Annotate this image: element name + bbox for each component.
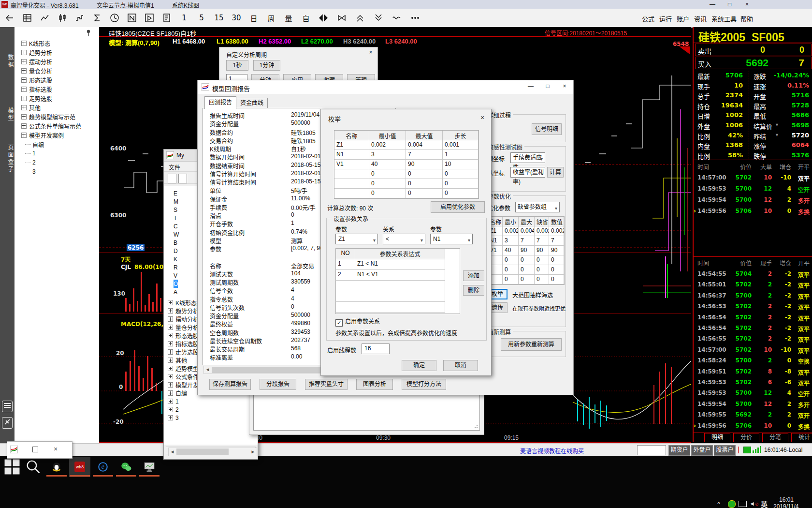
window-maximize-button[interactable]: □ [728,1,731,8]
sidebar-item-自编[interactable]: 自编 [14,140,99,149]
sigma-icon[interactable] [91,12,103,24]
clock-icon[interactable] [108,12,121,24]
account-button-期货户[interactable]: 期货户 [668,445,690,456]
wechat-icon[interactable] [118,459,134,475]
period-button-量[interactable]: 量 [282,12,295,24]
report-close-icon[interactable]: × [561,83,568,90]
start-button[interactable] [4,459,20,475]
floating-h-scrollbar[interactable]: ◄► [168,448,257,456]
strip-tab-数据[interactable]: 数据 [0,54,14,69]
report-button-分段报告[interactable]: 分段报告 [260,379,296,390]
tick-chart-icon[interactable] [73,12,86,24]
cancel-button[interactable]: 取消 [443,360,478,371]
bowtie-icon[interactable] [335,12,348,24]
editor-tree-item-形态选股[interactable]: 形态选股 [167,331,199,340]
doc-icon[interactable] [160,12,173,24]
sidebar-item-其他[interactable]: 其他 [14,103,99,112]
ie-icon[interactable]: e [95,459,111,475]
relation-select[interactable]: <▾ [383,234,425,244]
quote-tab-明细[interactable]: 明细 [704,433,730,442]
editor-tree-item-量仓分析[interactable]: 量仓分析 [167,323,199,331]
sidebar-item-K线形态[interactable]: K线形态 [14,39,99,47]
editor-tree-subitem[interactable]: D [174,247,178,255]
period-button-周[interactable]: 周 [265,12,277,24]
menu-资讯[interactable]: 资讯 [694,14,707,23]
sidebar-item-走势选股[interactable]: 走势选股 [14,94,99,103]
enum-dialog-close-icon[interactable]: × [478,114,486,122]
quick-order-input[interactable] [637,445,666,455]
period-dialog-close-icon[interactable]: × [367,49,375,57]
sidebar-item-摆动分析[interactable]: 摆动分析 [14,57,99,66]
tab-backtest-report[interactable]: 回测报告 [204,96,236,109]
add-relation-button[interactable]: 添加 [463,270,484,281]
window-close-button[interactable]: × [745,1,749,8]
mini-restore-button[interactable] [32,447,38,452]
editor-tree-subitem[interactable]: V [174,271,177,280]
editor-menu-file[interactable]: 文件 [169,163,180,171]
strip-tab-页面盒子[interactable]: 页面盒子 [0,144,14,173]
enable-optimize-button[interactable]: 启用优化参数 [431,201,485,213]
y-axis-select[interactable]: 收益率(盈利率)▾ [510,167,545,178]
report-button-图表分析[interactable]: 图表分析 [356,379,393,390]
menu-账户[interactable]: 账户 [677,14,689,23]
menu-运行[interactable]: 运行 [659,14,672,23]
editor-tree-subitem[interactable]: B [174,239,177,247]
editor-tree-subitem[interactable]: S [174,206,177,214]
recalc-button[interactable]: 用新参数重新测算 [501,338,562,351]
window-minimize-button[interactable]: — [710,1,715,8]
editor-tree-subitem[interactable]: C [174,222,178,230]
n-period-icon[interactable] [126,12,138,24]
tab-equity-curve[interactable]: 资金曲线 [236,98,268,108]
account-button-股票户[interactable]: 股票户 [714,445,736,456]
zoom-pair-icon[interactable] [317,12,330,24]
param1-select[interactable]: Z1▾ [335,234,378,244]
qq-icon[interactable] [48,459,65,475]
sidebar-item-形态选股[interactable]: 形态选股 [14,75,99,84]
account-button-外盘户[interactable]: 外盘户 [691,445,713,456]
sidebar-item-趋势模型编写示范[interactable]: 趋势模型编写示范 [14,112,99,121]
open-file-icon[interactable] [178,174,187,183]
resize-grip[interactable] [474,424,479,429]
menu-公式[interactable]: 公式 [642,14,654,23]
wave-icon[interactable] [391,12,403,24]
candlestick-icon[interactable] [56,12,69,24]
x-axis-select[interactable]: 手续费适应性▾ [510,152,545,163]
back-arrow[interactable] [4,12,16,24]
period-button-5[interactable]: 5 [195,12,208,24]
period-button-15[interactable]: 15 [213,12,225,24]
period-button-自[interactable]: 自 [300,12,312,24]
strip-tab-模型[interactable]: 模型 [0,107,14,122]
report-button-模型打分方法[interactable]: 模型打分方法 [402,379,446,390]
delete-relation-button[interactable]: 删除 [463,285,484,296]
editor-tree-subitem[interactable]: M [174,197,178,206]
enable-relation-checkbox[interactable]: ✓启用参数关系 [335,317,380,327]
search-icon[interactable] [25,459,42,475]
sidebar-item-1[interactable]: 1 [14,149,99,158]
report-button-保存测算报告[interactable]: 保存测算报告 [209,379,251,390]
sidebar-item-量仓分析[interactable]: 量仓分析 [14,66,99,75]
editor-tree-subitem[interactable]: R [174,263,178,271]
editor-tree-item-走势选股[interactable]: 走势选股 [167,348,199,356]
menu-帮助[interactable]: 帮助 [740,14,753,23]
play-chart-icon[interactable] [143,12,156,24]
editor-tree-item-摆动分析[interactable]: 摆动分析 [167,315,199,323]
new-file-icon[interactable] [168,174,176,183]
tray-language-indicator[interactable]: 英 [761,499,768,508]
sidebar-item-3[interactable]: 3 [14,167,99,176]
tray-network-icon[interactable] [739,501,747,507]
monitor-icon[interactable] [141,459,158,475]
editor-tree-subitem[interactable]: O [174,280,178,288]
wh8-icon[interactable]: wh8 [72,459,88,475]
editor-tree-item-3[interactable]: 3 [167,414,179,422]
editor-tree-item-趋势分析[interactable]: 趋势分析 [167,307,199,315]
editor-tree-item-自编[interactable]: 自编 [167,389,187,397]
tray-date[interactable]: 2019/11/4 [773,503,799,508]
editor-tree-item-K线形态[interactable]: K线形态 [167,299,197,307]
editor-tree-item-指标选股[interactable]: 指标选股 [167,340,199,348]
line-chart-icon[interactable] [39,12,51,24]
editor-tree-subitem[interactable]: W [174,230,179,239]
thread-count-input[interactable]: 16 [362,344,390,354]
editor-tree-subitem[interactable]: E [174,189,177,197]
report-button-推荐实盘头寸[interactable]: 推荐实盘头寸 [305,379,348,390]
more-icon[interactable] [409,12,421,24]
